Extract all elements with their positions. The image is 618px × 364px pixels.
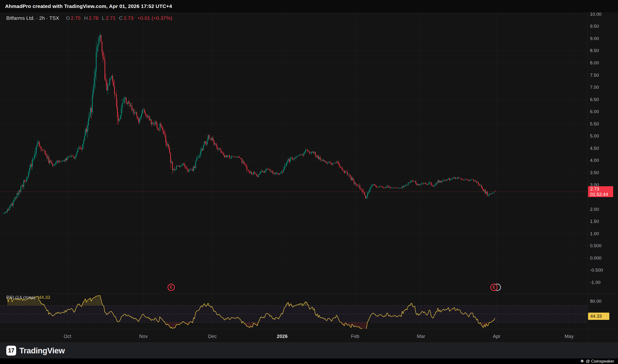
tradingview-chart-page: AhmadPro created with TradingView.com, A… [0, 0, 618, 364]
chart-area: 10.009.509.008.508.007.507.006.506.005.5… [0, 12, 618, 342]
attribution-bar: AhmadPro created with TradingView.com, A… [0, 0, 618, 12]
coinspeaker-credit[interactable]: ❋ @ Coinspeaker [580, 359, 614, 364]
tradingview-wordmark: TradingView [19, 346, 65, 355]
change-readout: +0.01 (+0.37%) [137, 15, 172, 21]
last-price-value: 2.73 [590, 186, 613, 192]
earnings-icon[interactable]: E [490, 284, 497, 291]
last-price-badge: 2.73 01:52:44 [588, 186, 613, 197]
bar-countdown: 01:52:44 [590, 192, 613, 197]
coinspeaker-bar: ❋ @ Coinspeaker [0, 358, 618, 364]
ohlc-high-value: 2.78 [89, 15, 98, 21]
attribution-text: AhmadPro created with TradingView.com, A… [5, 3, 172, 9]
ohlc-high-label: H [84, 15, 88, 21]
earnings-icon[interactable]: E [168, 284, 175, 291]
ohlc-close-label: C [119, 15, 123, 21]
ohlc-readout: O2.75 H2.78 L2.71 C2.73 +0.01 (+0.37%) [64, 15, 172, 21]
rsi-value-badge: 44.33 [588, 313, 609, 320]
rsi-title[interactable]: RSI (14 close) [6, 295, 35, 300]
coinspeaker-logo-icon: ❋ [580, 359, 584, 364]
rsi-legend[interactable]: RSI (14 close) 44.33 [6, 295, 50, 300]
coinspeaker-text: @ Coinspeaker [586, 359, 614, 364]
ohlc-close-value: 2.73 [124, 15, 134, 21]
tradingview-logo-link[interactable]: 17 TradingView [6, 346, 65, 356]
ohlc-low-label: L [102, 15, 105, 21]
symbol-title[interactable]: Bitfarms Ltd. · 2h · TSX [6, 15, 59, 21]
ohlc-open-value: 2.75 [71, 15, 81, 21]
tradingview-logo-glyph: 17 [8, 347, 14, 354]
tradingview-footer: 17 TradingView [0, 342, 618, 358]
tradingview-logo-icon: 17 [6, 346, 16, 356]
ohlc-low-value: 2.71 [106, 15, 116, 21]
symbol-legend[interactable]: Bitfarms Ltd. · 2h · TSX O2.75 H2.78 L2.… [6, 15, 172, 21]
rsi-current-value: 44.33 [39, 295, 50, 300]
ohlc-open-label: O [66, 15, 70, 21]
price-chart-canvas[interactable] [0, 12, 618, 342]
